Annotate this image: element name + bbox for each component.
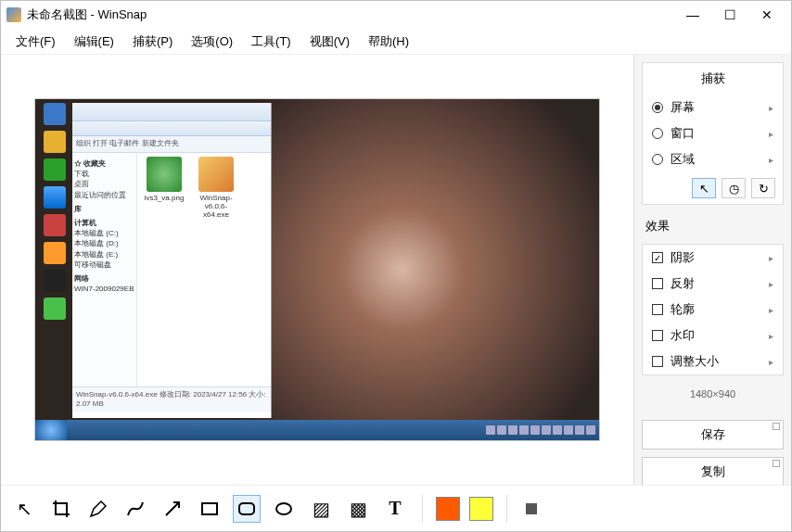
stroke-size-indicator[interactable] xyxy=(526,503,537,514)
checkbox-icon xyxy=(652,330,663,341)
chevron-icon: ▸ xyxy=(769,305,773,315)
effect-resize[interactable]: 调整大小 ▸ xyxy=(643,348,783,374)
explorer-titlebar xyxy=(72,103,271,121)
effect-reflection[interactable]: 反射 ▸ xyxy=(643,271,783,297)
menu-bar: 文件(F) 编辑(E) 捕获(P) 选项(O) 工具(T) 视图(V) 帮助(H… xyxy=(1,29,791,55)
chevron-icon: ▸ xyxy=(769,253,773,263)
checkbox-icon xyxy=(652,304,663,315)
radio-icon xyxy=(652,154,663,165)
color-swatch-yellow[interactable] xyxy=(469,497,493,521)
effect-watermark[interactable]: 水印 ▸ xyxy=(643,323,783,348)
capture-region-option[interactable]: 区域 ▸ xyxy=(643,146,783,172)
explorer-window: 组织 打开 电子邮件 新建文件夹 ☆ 收藏夹 下载 桌面 最近访问的位置 库 计… xyxy=(72,103,272,418)
svg-rect-1 xyxy=(239,503,254,514)
capture-screen-option[interactable]: 屏幕 ▸ xyxy=(643,95,783,120)
screenshot-thumbnail[interactable]: 组织 打开 电子邮件 新建文件夹 ☆ 收藏夹 下载 桌面 最近访问的位置 库 计… xyxy=(34,98,600,441)
dimensions-label: 1480×940 xyxy=(642,383,784,405)
roundrect-tool[interactable] xyxy=(233,495,261,523)
chevron-icon: ▸ xyxy=(769,331,773,341)
chevron-icon: ▸ xyxy=(769,103,773,113)
desktop-icon xyxy=(44,242,66,264)
chevron-icon: ▸ xyxy=(769,155,773,165)
app-icon xyxy=(6,7,21,22)
menu-file[interactable]: 文件(F) xyxy=(8,30,63,54)
arrow-tool[interactable] xyxy=(159,495,186,523)
checker-tool[interactable]: ▩ xyxy=(344,495,372,523)
explorer-address xyxy=(72,121,271,136)
pointer-mode-button[interactable]: ↖ xyxy=(692,178,716,198)
explorer-status: WinSnap-v6.0.6-x64.exe 修改日期: 2023/4/27 1… xyxy=(72,386,271,412)
desktop-icon xyxy=(44,158,66,181)
crop-tool[interactable] xyxy=(47,495,75,523)
effect-outline[interactable]: 轮廓 ▸ xyxy=(643,297,783,323)
copy-button[interactable]: 复制 xyxy=(642,457,784,485)
rect-tool[interactable] xyxy=(196,495,224,523)
repeat-mode-button[interactable]: ↻ xyxy=(751,178,775,198)
menu-edit[interactable]: 编辑(E) xyxy=(67,30,121,54)
desktop-icon xyxy=(44,131,66,153)
save-button[interactable]: 保存 xyxy=(642,420,784,450)
dropdown-corner-icon xyxy=(773,460,780,467)
checkbox-icon xyxy=(652,278,663,289)
minimize-button[interactable]: — xyxy=(674,2,711,28)
desktop-icon xyxy=(44,270,66,292)
menu-options[interactable]: 选项(O) xyxy=(184,30,240,54)
radio-icon xyxy=(652,128,663,139)
bottom-toolbar: ↖ ▨ ▩ T xyxy=(1,485,791,531)
menu-help[interactable]: 帮助(H) xyxy=(361,30,416,54)
chevron-icon: ▸ xyxy=(769,357,773,367)
desktop-icon xyxy=(44,298,66,320)
maximize-button[interactable]: ☐ xyxy=(711,2,748,28)
chevron-icon: ▸ xyxy=(769,129,773,139)
color-swatch-orange[interactable] xyxy=(436,497,460,521)
curve-tool[interactable] xyxy=(121,495,149,523)
window-title: 未命名截图 - WinSnap xyxy=(27,6,674,23)
exe-icon xyxy=(198,157,234,192)
pointer-tool[interactable]: ↖ xyxy=(10,495,38,523)
menu-view[interactable]: 视图(V) xyxy=(302,30,357,54)
explorer-content: lvs3_va.png WinSnap-v6.0.6-x64.exe xyxy=(137,153,271,386)
effects-title: 效果 xyxy=(642,212,784,236)
title-bar: 未命名截图 - WinSnap — ☐ ✕ xyxy=(1,1,791,29)
desktop-icon xyxy=(44,214,66,236)
desktop-icons xyxy=(37,103,72,320)
effect-shadow[interactable]: 阴影 ▸ xyxy=(643,245,783,271)
toolbar-divider xyxy=(506,495,507,523)
timer-mode-button[interactable]: ◷ xyxy=(722,178,746,198)
svg-rect-0 xyxy=(202,503,217,514)
hatch-tool[interactable]: ▨ xyxy=(307,495,335,523)
capture-window-option[interactable]: 窗口 ▸ xyxy=(643,120,783,146)
file-item: WinSnap-v6.0.6-x64.exe xyxy=(193,157,239,219)
checkbox-icon xyxy=(652,356,663,367)
desktop-icon xyxy=(44,186,66,209)
taskbar xyxy=(35,420,599,440)
pen-tool[interactable] xyxy=(84,495,112,523)
start-button xyxy=(35,420,67,440)
checkbox-icon xyxy=(652,252,663,263)
close-button[interactable]: ✕ xyxy=(748,2,786,28)
toolbar-divider xyxy=(422,495,423,523)
preview-area: 组织 打开 电子邮件 新建文件夹 ☆ 收藏夹 下载 桌面 最近访问的位置 库 计… xyxy=(1,55,633,485)
file-item: lvs3_va.png xyxy=(141,157,187,202)
chevron-icon: ▸ xyxy=(769,279,773,289)
dropdown-corner-icon xyxy=(773,423,780,430)
explorer-tree: ☆ 收藏夹 下载 桌面 最近访问的位置 库 计算机 本地磁盘 (C:) 本地磁盘… xyxy=(72,153,137,386)
text-tool[interactable]: T xyxy=(381,495,409,523)
radio-icon xyxy=(652,102,663,113)
explorer-toolbar: 组织 打开 电子邮件 新建文件夹 xyxy=(72,136,271,153)
desktop-icon xyxy=(44,103,66,125)
menu-tools[interactable]: 工具(T) xyxy=(244,30,299,54)
sidebar: 捕获 屏幕 ▸ 窗口 ▸ 区域 ▸ ↖ ◷ ↻ xyxy=(633,55,791,485)
png-icon xyxy=(147,157,182,192)
ellipse-tool[interactable] xyxy=(270,495,298,523)
capture-button[interactable]: 捕获 xyxy=(643,63,783,95)
svg-point-2 xyxy=(276,503,291,514)
menu-capture[interactable]: 捕获(P) xyxy=(125,30,180,54)
